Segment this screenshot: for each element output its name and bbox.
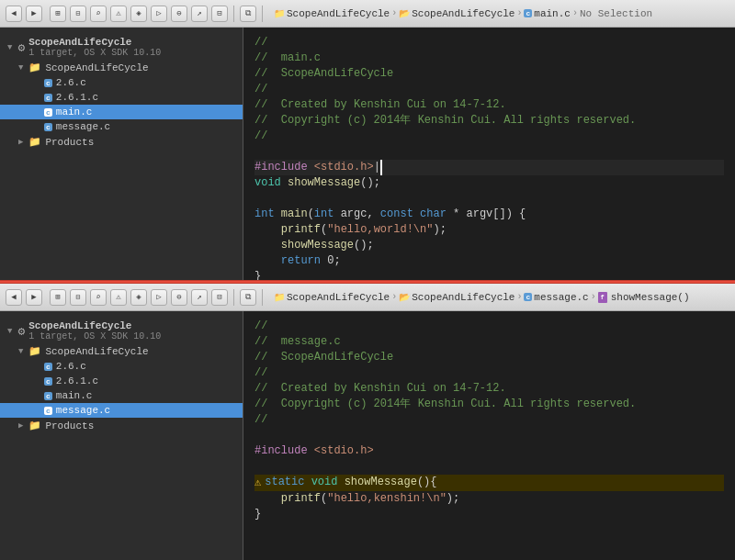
btn-2-3[interactable]: ⌕ [90,289,107,306]
sidebar-item-folder-2[interactable]: ▼ 📁 ScopeAndLifeCycle [0,343,243,359]
disclosure-root[interactable]: ▼ [7,43,12,52]
breadcrumb-project-2[interactable]: 📁 ScopeAndLifeCycle [274,292,390,303]
code2-line-11: ⚠ static void showMessage(){ [254,475,724,491]
breadcrumb-file-2-label: message.c [534,292,588,303]
separator-2-1 [233,289,234,306]
code2-line-4: // [254,365,724,381]
sidebar-folder-label: ScopeAndLifeCycle [45,62,148,73]
sidebar-item-products-2[interactable]: ▶ 📁 Products [0,418,243,433]
code-line-11 [254,191,724,207]
split-btn[interactable]: ⧉ [240,6,256,22]
btn-2-2[interactable]: ⊟ [70,289,86,306]
btn-6[interactable]: ▷ [151,6,167,22]
code-void-kw: void [254,175,288,191]
toolbar-2: ◀ ▶ ⊞ ⊟ ⌕ ⚠ ◈ ▷ ⊖ ↗ ⊟ ⧉ 📁 ScopeAndLifeCy… [0,284,735,311]
btn-5[interactable]: ◈ [130,6,147,22]
nav-back-btn-2[interactable]: ◀ [6,289,22,306]
breadcrumb-func[interactable]: f showMessage() [598,292,690,303]
project-title-2: ScopeAndLifeCycle [28,320,161,331]
sidebar-item-2_6_1[interactable]: c 2.6.1.c [0,90,243,105]
breadcrumb-folder[interactable]: 📂 ScopeAndLifeCycle [399,8,514,19]
code2-include-kw: #include [254,443,314,459]
c-icon-1: c [44,79,52,87]
btn-2-4[interactable]: ⚠ [110,289,127,306]
sidebar-item-folder[interactable]: ▼ 📁 ScopeAndLifeCycle [0,60,243,75]
sidebar-message-2-label: message.c [56,405,110,416]
code2-line-2: // message.c [254,334,724,350]
c-icon-5: c [44,363,52,371]
main-area-2: ▼ ⚙ ScopeAndLifeCycle 1 target, OS X SDK… [0,311,735,560]
sep-1: › [391,8,397,18]
c-icon-4: c [44,123,52,131]
toolbar-1: ◀ ▶ ⊞ ⊟ ⌕ ⚠ ◈ ▷ ⊖ ↗ ⊟ ⧉ 📁 ScopeAndLifeCy… [0,0,735,28]
editor-mode-btn-2[interactable]: ⊟ [211,289,228,306]
code-line-3: // ScopeAndLifeCycle [254,66,724,82]
code-include-header: <stdio.h> [314,160,374,175]
sidebar-2: ▼ ⚙ ScopeAndLifeCycle 1 target, OS X SDK… [0,311,243,560]
breadcrumb-selection[interactable]: No Selection [580,8,652,19]
nav-back-btn[interactable]: ◀ [6,6,22,22]
btn-1[interactable]: ⊞ [50,6,66,22]
separator-2-2 [262,289,263,306]
sep-2-1: › [391,292,397,302]
btn-2[interactable]: ⊟ [70,6,86,22]
editor-mode-btn[interactable]: ⊟ [211,6,228,22]
btn-2-5[interactable]: ◈ [130,289,147,306]
folder-icon: 📂 [399,8,410,19]
nav-fwd-btn[interactable]: ▶ [26,6,42,22]
breadcrumb-folder-2[interactable]: 📂 ScopeAndLifeCycle [399,292,514,303]
sidebar-item-message-2[interactable]: c message.c [0,403,243,418]
btn-7[interactable]: ⊖ [171,6,187,22]
sidebar-item-products[interactable]: ▶ 📁 Products [0,134,243,150]
btn-2-1[interactable]: ⊞ [50,289,66,306]
btn-3[interactable]: ⌕ [90,6,107,22]
breadcrumb-bar-1: 📁 ScopeAndLifeCycle › 📂 ScopeAndLifeCycl… [274,8,729,19]
disclosure-root-2[interactable]: ▼ [7,327,12,336]
cursor-char: | [374,160,382,175]
code2-line-5: // Created by Kenshin Cui on 14-7-12. [254,381,724,397]
project-icon: 📁 [274,8,285,19]
nav-fwd-btn-2[interactable]: ▶ [26,289,42,306]
c-icon-8: c [44,407,52,415]
code2-line-9: #include <stdio.h> [254,443,724,459]
sep-2-2: › [516,292,522,302]
sidebar-item-main[interactable]: c main.c [0,105,243,119]
folder-icon-3: 📁 [28,345,41,357]
btn-2-7[interactable]: ⊖ [171,289,187,306]
code-include-keyword: #include [254,160,314,175]
code-line-4-text: // [254,82,267,97]
folder-icon-4: 📁 [28,420,41,431]
btn-8[interactable]: ↗ [191,6,208,22]
split-btn-2[interactable]: ⧉ [240,289,256,306]
sidebar-item-2_6_1-2[interactable]: c 2.6.1.c [0,374,243,388]
project-title: ScopeAndLifeCycle [28,37,161,48]
c-icon-7: c [44,392,52,400]
btn-2-6[interactable]: ▷ [151,289,167,306]
code2-line-6: // Copyright (c) 2014年 Kenshin Cui. All … [254,397,724,412]
sidebar-folder-2-label: ScopeAndLifeCycle [45,346,148,357]
xcode-icon: ⚙ [17,40,25,55]
code-editor-1[interactable]: // // main.c // ScopeAndLifeCycle // // … [243,28,735,280]
sidebar-2_6_1-label: 2.6.1.c [56,92,98,103]
code2-line-3: // ScopeAndLifeCycle [254,350,724,365]
breadcrumb-project[interactable]: 📁 ScopeAndLifeCycle [274,8,390,19]
code-line-12: int main(int argc, const char * argv[]) … [254,207,724,222]
sidebar-item-message[interactable]: c message.c [0,119,243,134]
sidebar-item-main-2[interactable]: c main.c [0,388,243,403]
folder-icon-bc: 📂 [399,292,410,303]
code2-line-1: // [254,319,724,334]
breadcrumb-file-2[interactable]: c message.c [524,292,588,303]
sidebar-project-header-2: ▼ ⚙ ScopeAndLifeCycle 1 target, OS X SDK… [0,315,243,343]
sidebar-2_6-label: 2.6.c [56,77,86,88]
breadcrumb-file[interactable]: c main.c [524,8,570,19]
code-line-5: // Created by Kenshin Cui on 14-7-12. [254,97,724,113]
sidebar-item-2_6[interactable]: c 2.6.c [0,75,243,90]
btn-2-8[interactable]: ↗ [191,289,208,306]
code-line-6: // Copyright (c) 2014年 Kenshin Cui. All … [254,113,724,129]
code-line-4: // [254,82,724,97]
btn-4[interactable]: ⚠ [110,6,127,22]
code2-func-name: showMessage [345,475,417,490]
sidebar-item-2_6-2[interactable]: c 2.6.c [0,359,243,374]
no-selection-label: No Selection [580,8,652,19]
code-editor-2[interactable]: // // message.c // ScopeAndLifeCycle // … [243,311,735,560]
